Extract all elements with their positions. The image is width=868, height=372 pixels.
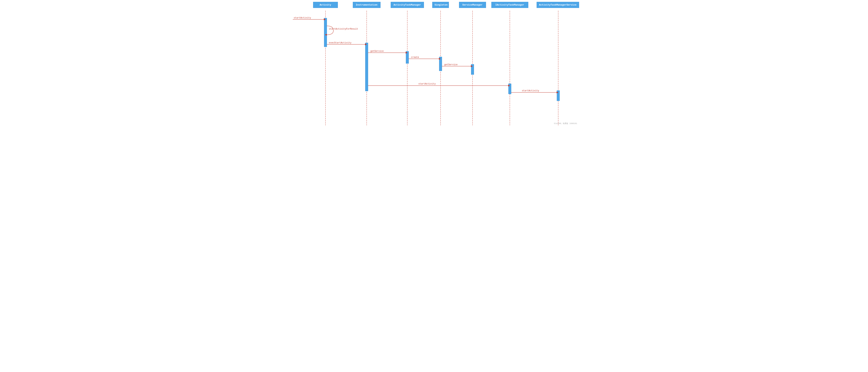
svg-text:startActivity: startActivity (522, 89, 539, 92)
lifeline-activity: Activity (313, 2, 338, 8)
svg-rect-12 (508, 84, 511, 94)
svg-text:create: create (411, 56, 419, 59)
svg-rect-7 (324, 18, 327, 47)
lifeline-service-manager: ServiceManager (459, 2, 486, 8)
svg-text:startActivity: startActivity (294, 17, 311, 19)
lifeline-activity-task-manager-service: ActivityTaskManagerService (537, 2, 579, 8)
lifeline-activity-task-manager: ActivityTaskManager (391, 2, 424, 8)
arrows-svg: startActivity startActivityForResult exe… (289, 2, 579, 126)
svg-marker-20 (365, 44, 367, 45)
svg-marker-35 (557, 91, 558, 93)
lifeline-singleton: Singleton (432, 2, 449, 8)
svg-marker-26 (439, 58, 441, 60)
svg-text:startActivity: startActivity (418, 83, 436, 85)
svg-text:startActivityForResult: startActivityForResult (329, 28, 358, 30)
svg-rect-10 (439, 57, 442, 71)
svg-rect-13 (557, 91, 560, 101)
lifeline-iactivity-task-manager: IActivityTaskManager (491, 2, 528, 8)
svg-marker-15 (324, 19, 326, 20)
svg-marker-17 (325, 34, 327, 36)
sequence-diagram: startActivity startActivityForResult exe… (289, 2, 579, 126)
svg-rect-9 (406, 51, 409, 63)
svg-text:getService: getService (370, 50, 384, 53)
svg-marker-23 (406, 52, 407, 54)
svg-rect-8 (365, 43, 368, 91)
watermark: StarUML 免费版 1990101 (554, 122, 577, 125)
svg-text:execStartActivity: execStartActivity (329, 41, 351, 44)
svg-marker-29 (471, 65, 473, 67)
svg-rect-11 (471, 64, 474, 75)
svg-marker-32 (508, 85, 510, 87)
lifeline-instrumentation: Instrumentation (353, 2, 380, 8)
svg-text:getService: getService (444, 63, 458, 66)
